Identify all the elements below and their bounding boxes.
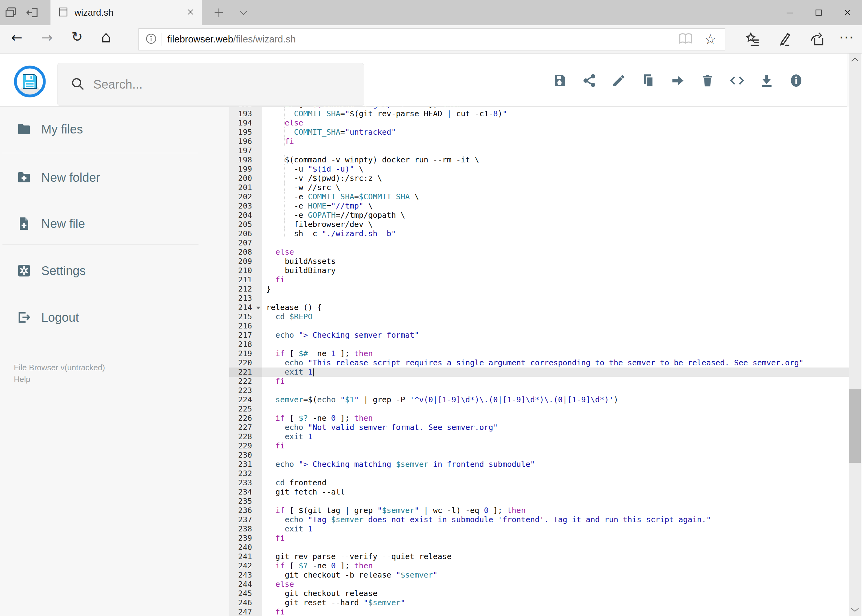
scrollbar-thumb[interactable] — [849, 389, 861, 463]
code-line-text[interactable]: echo "> Checking matching $semver in fro… — [262, 460, 849, 469]
code-line-237[interactable]: 237 echo "Tag $semver does not exist in … — [229, 515, 849, 524]
code-line-224[interactable]: 224 semver=$(echo "$1" | grep -P '^v(0|[… — [229, 395, 849, 404]
page-info-icon[interactable] — [145, 33, 157, 46]
share-page-icon[interactable] — [809, 31, 826, 49]
sidebar-item-logout[interactable]: Logout — [0, 299, 229, 336]
code-line-text[interactable] — [262, 497, 849, 506]
code-line-text[interactable]: filebrowser/dev \ — [262, 220, 849, 229]
page-scrollbar[interactable] — [847, 53, 862, 616]
code-line-207[interactable]: 207 — [229, 238, 849, 248]
code-line-text[interactable]: } — [262, 284, 849, 294]
code-line-text[interactable]: buildBinary — [262, 266, 849, 275]
code-line-233[interactable]: 233 cd frontend — [229, 478, 849, 487]
code-line-192[interactable]: 192 if [ "$(command -v git)" != "" ]; th… — [229, 107, 849, 109]
code-line-text[interactable] — [262, 543, 849, 552]
code-line-193[interactable]: 193 COMMIT_SHA="$(git rev-parse HEAD | c… — [229, 109, 849, 118]
code-line-216[interactable]: 216 — [229, 321, 849, 331]
code-line-text[interactable] — [262, 294, 849, 303]
code-line-228[interactable]: 228 exit 1 — [229, 432, 849, 441]
code-line-204[interactable]: 204 -e GOPATH=//tmp/gopath \ — [229, 211, 849, 220]
code-line-219[interactable]: 219 if [ $# -ne 1 ]; then — [229, 349, 849, 358]
download-icon[interactable] — [752, 62, 782, 99]
code-line-231[interactable]: 231 echo "> Checking matching $semver in… — [229, 460, 849, 469]
code-line-text[interactable] — [262, 469, 849, 478]
code-line-242[interactable]: 242 if [ $? -ne 0 ]; then — [229, 561, 849, 570]
sidebar-item-new-file[interactable]: New file — [0, 205, 229, 242]
fold-toggle-icon[interactable] — [256, 306, 260, 310]
code-line-text[interactable]: exit 1 — [262, 368, 849, 377]
move-icon[interactable] — [663, 62, 693, 99]
code-line-text[interactable]: -w //src \ — [262, 183, 849, 192]
code-line-240[interactable]: 240 — [229, 543, 849, 552]
home-icon[interactable]: ⌂ — [101, 29, 111, 45]
favorite-star-icon[interactable]: ☆ — [704, 33, 717, 46]
code-line-197[interactable]: 197 — [229, 146, 849, 155]
code-line-text[interactable] — [262, 386, 849, 395]
code-icon[interactable] — [722, 62, 752, 99]
code-line-195[interactable]: 195 COMMIT_SHA="untracked" — [229, 127, 849, 137]
code-line-text[interactable]: git checkout release — [262, 589, 849, 598]
code-line-text[interactable]: fi — [262, 607, 849, 616]
code-line-209[interactable]: 209 buildAssets — [229, 257, 849, 266]
code-line-220[interactable]: 220 echo "This release script requires a… — [229, 358, 849, 368]
code-line-text[interactable]: git checkout -b release "$semver" — [262, 570, 849, 580]
code-line-206[interactable]: 206 sh -c "./wizard.sh -b" — [229, 229, 849, 238]
info-icon[interactable] — [782, 62, 811, 99]
help-link[interactable]: Help — [14, 374, 30, 385]
refresh-icon[interactable]: ↻ — [71, 30, 83, 44]
forward-icon[interactable]: → — [41, 31, 53, 44]
code-line-243[interactable]: 243 git checkout -b release "$semver" — [229, 570, 849, 580]
code-line-218[interactable]: 218 — [229, 340, 849, 349]
code-line-236[interactable]: 236 if [ $(git tag | grep "$semver" | wc… — [229, 506, 849, 515]
window-close-button[interactable] — [833, 0, 862, 25]
code-line-241[interactable]: 241 git rev-parse --verify --quiet relea… — [229, 552, 849, 561]
more-options-icon[interactable]: ⋯ — [839, 30, 854, 44]
code-line-214[interactable]: 214release () { — [229, 303, 849, 312]
code-line-246[interactable]: 246 git reset --hard "$semver" — [229, 598, 849, 607]
window-minimize-button[interactable] — [775, 0, 804, 25]
code-line-text[interactable]: if [ $? -ne 0 ]; then — [262, 414, 849, 423]
sidebar-item-new-folder[interactable]: New folder — [0, 159, 229, 196]
search-input[interactable] — [93, 77, 340, 92]
code-line-223[interactable]: 223 — [229, 386, 849, 395]
edit-icon[interactable] — [604, 62, 633, 99]
scrollbar-track[interactable] — [849, 53, 861, 616]
code-line-226[interactable]: 226 if [ $? -ne 0 ]; then — [229, 414, 849, 423]
code-line-text[interactable]: fi — [262, 275, 849, 284]
code-line-text[interactable]: -e GOPATH=//tmp/gopath \ — [262, 211, 849, 220]
code-line-239[interactable]: 239 fi — [229, 534, 849, 543]
reading-view-icon[interactable] — [678, 32, 693, 47]
code-line-232[interactable]: 232 — [229, 469, 849, 478]
code-line-text[interactable]: echo "Tag $semver does not exist in subm… — [262, 515, 849, 524]
code-line-229[interactable]: 229 fi — [229, 441, 849, 451]
code-line-text[interactable]: -u "$(id -u)" \ — [262, 165, 849, 174]
code-line-200[interactable]: 200 -v /$(pwd):/src:z \ — [229, 174, 849, 183]
tab-list-chevron-icon[interactable] — [233, 0, 254, 25]
delete-icon[interactable] — [693, 62, 722, 99]
copy-icon[interactable] — [633, 62, 663, 99]
code-line-text[interactable]: if [ "$(command -v git)" != "" ]; then — [262, 107, 849, 109]
code-line-text[interactable] — [262, 238, 849, 248]
code-line-247[interactable]: 247 fi — [229, 607, 849, 616]
code-line-text[interactable]: COMMIT_SHA="untracked" — [262, 127, 849, 137]
save-icon[interactable] — [545, 62, 575, 99]
code-line-text[interactable]: git fetch --all — [262, 487, 849, 497]
window-maximize-button[interactable] — [804, 0, 833, 25]
code-line-text[interactable]: release () { — [262, 303, 849, 312]
code-line-199[interactable]: 199 -u "$(id -u)" \ — [229, 165, 849, 174]
code-line-208[interactable]: 208 else — [229, 248, 849, 257]
code-line-text[interactable]: buildAssets — [262, 257, 849, 266]
new-tab-button[interactable] — [208, 0, 230, 25]
code-line-text[interactable]: semver=$(echo "$1" | grep -P '^v(0|[1-9]… — [262, 395, 849, 404]
code-line-215[interactable]: 215 cd $REPO — [229, 312, 849, 321]
code-line-text[interactable] — [262, 321, 849, 331]
code-line-text[interactable]: $(command -v winpty) docker run --rm -it… — [262, 155, 849, 165]
code-line-text[interactable]: echo "> Checking semver format" — [262, 331, 849, 340]
app-version-link[interactable]: File Browser v(untracked) — [14, 362, 105, 373]
code-line-text[interactable]: echo "This release script requires a sin… — [262, 358, 849, 368]
code-line-202[interactable]: 202 -e COMMIT_SHA=$COMMIT_SHA \ — [229, 192, 849, 201]
url-text[interactable]: filebrowser.web/files/wizard.sh — [167, 34, 296, 45]
code-line-text[interactable]: fi — [262, 534, 849, 543]
code-line-245[interactable]: 245 git checkout release — [229, 589, 849, 598]
code-line-235[interactable]: 235 — [229, 497, 849, 506]
